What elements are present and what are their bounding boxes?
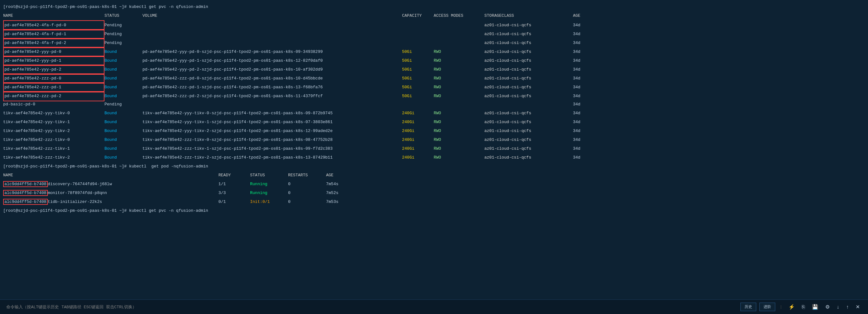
history-button[interactable]: 历史 bbox=[740, 303, 756, 311]
save-icon-button[interactable]: 💾 bbox=[810, 303, 820, 311]
advance-button[interactable]: 进阶 bbox=[760, 303, 775, 311]
pod-age-0: 7m54s bbox=[326, 180, 338, 189]
pvc-row: tikv-aef4e785e42-zzz-tikv-0 Bound tikv-a… bbox=[3, 135, 865, 144]
pvc-row: pd-aef4e785e42-4fa-f-pd-1 Pending az01-c… bbox=[3, 29, 865, 38]
pvc-capacity-14: 240Gi bbox=[402, 144, 434, 153]
last-command-line: [root@szjd-psc-p11f4-tpod2-pm-os01-paas-… bbox=[3, 207, 865, 215]
copy-icon-button[interactable]: ⎘ bbox=[800, 304, 807, 311]
pod-name-1: alc9dd4ff5d-b7408monitor-78f8974fdd-p8qn… bbox=[3, 189, 218, 197]
pvc-row: tikv-aef4e785e42-zzz-tikv-1 Bound tikv-a… bbox=[3, 144, 865, 153]
pvc-age-6: 34d bbox=[573, 74, 580, 83]
pod-col-ready-header: READY bbox=[218, 171, 250, 180]
pvc-col-capacity-header: CAPACITY bbox=[402, 11, 434, 20]
pod-command-line: [root@szjd-psc-p11f4-tpod2-pm-os01-paas-… bbox=[3, 162, 865, 171]
pvc-access-8: RWO bbox=[434, 92, 484, 101]
pvc-volume-13: tikv-aef4e785e42-zzz-tikv-0-szjd-psc-p11… bbox=[143, 135, 402, 144]
pvc-col-age-header: AGE bbox=[573, 11, 580, 20]
pvc-access-5: RWO bbox=[434, 65, 484, 74]
pvc-row: pd-aef4e785e42-yyy-pd-2 Bound pd-aef4e78… bbox=[3, 65, 865, 73]
pod-ready-1: 3/3 bbox=[218, 189, 250, 197]
pvc-name-12: tikv-aef4e785e42-yyy-tikv-2 bbox=[3, 127, 104, 135]
pod-status-2: Init:0/1 bbox=[250, 197, 288, 207]
pvc-capacity-5: 50Gi bbox=[402, 65, 434, 74]
pvc-status-0: Pending bbox=[104, 21, 143, 30]
pvc-storageclass-12: az01-cloud-csi-qcfs bbox=[484, 127, 573, 135]
pvc-age-0: 34d bbox=[573, 21, 580, 30]
lightning-icon-button[interactable]: ⚡ bbox=[787, 303, 797, 311]
pvc-capacity-15: 240Gi bbox=[402, 153, 434, 162]
pvc-access-10: RWO bbox=[434, 109, 484, 118]
pvc-capacity-3: 50Gi bbox=[402, 48, 434, 56]
terminal-window: [root@szjd-psc-p11f4-tpod2-pm-os01-paas-… bbox=[0, 0, 868, 314]
pvc-status-4: Bound bbox=[104, 56, 143, 65]
download-icon-button[interactable]: ↓ bbox=[835, 304, 841, 311]
pvc-status-15: Bound bbox=[104, 153, 143, 162]
pvc-name-14: tikv-aef4e785e42-zzz-tikv-1 bbox=[3, 144, 104, 153]
pod-ready-2: 0/1 bbox=[218, 197, 250, 207]
pvc-age-5: 34d bbox=[573, 65, 580, 74]
pod-name-prefix-0: alc9dd4ff5d-b7408 bbox=[3, 181, 48, 187]
pvc-volume-4: pd-aef4e785e42-yyy-pd-1-szjd-psc-p11f4-t… bbox=[143, 56, 402, 65]
pvc-volume-10: tikv-aef4e785e42-yyy-tikv-0-szjd-psc-p11… bbox=[143, 109, 402, 118]
pvc-col-access-header: ACCESS MODES bbox=[434, 11, 484, 20]
pvc-access-12: RWO bbox=[434, 127, 484, 135]
pod-header-row: NAME READY STATUS RESTARTS AGE bbox=[3, 171, 865, 180]
pvc-header-row: NAME STATUS VOLUME CAPACITY ACCESS MODES… bbox=[3, 11, 865, 20]
settings-icon-button[interactable]: ⚙ bbox=[824, 303, 832, 311]
pvc-storageclass-10: az01-cloud-csi-qcfs bbox=[484, 109, 573, 118]
pvc-row: tikv-aef4e785e42-zzz-tikv-2 Bound tikv-a… bbox=[3, 153, 865, 162]
pvc-access-14: RWO bbox=[434, 144, 484, 153]
pod-row: alc9dd4ff5d-b7408discovery-764744fd94-j6… bbox=[3, 180, 865, 189]
pvc-storageclass-0: az01-cloud-csi-qcfs bbox=[484, 21, 573, 30]
last-command-text: [root@szjd-psc-p11f4-tpod2-pm-os01-paas-… bbox=[3, 207, 208, 215]
pvc-volume-6: pd-aef4e785e42-zzz-pd-0-szjd-psc-p11f4-t… bbox=[143, 74, 402, 83]
pvc-access-4: RWO bbox=[434, 56, 484, 65]
pvc-volume-14: tikv-aef4e785e42-zzz-tikv-1-szjd-psc-p11… bbox=[143, 144, 402, 153]
pod-age-2: 7m53s bbox=[326, 197, 338, 207]
pod-row: alc9dd4ff5d-b7408monitor-78f8974fdd-p8qn… bbox=[3, 189, 865, 197]
pod-rows-container: alc9dd4ff5d-b7408discovery-764744fd94-j6… bbox=[3, 180, 865, 207]
pod-name-0: alc9dd4ff5d-b7408discovery-764744fd94-j6… bbox=[3, 180, 218, 189]
pvc-volume-7: pd-aef4e785e42-zzz-pd-1-szjd-psc-p11f4-t… bbox=[143, 83, 402, 92]
pvc-status-2: Pending bbox=[104, 39, 143, 48]
pvc-age-15: 34d bbox=[573, 153, 580, 162]
pvc-row: pd-aef4e785e42-yyy-pd-1 Bound pd-aef4e78… bbox=[3, 56, 865, 65]
pvc-storageclass-4: az01-cloud-csi-qcfs bbox=[484, 56, 573, 65]
pvc-status-5: Bound bbox=[104, 65, 143, 74]
pvc-row: pd-aef4e785e42-zzz-pd-2 Bound pd-aef4e78… bbox=[3, 91, 865, 100]
pvc-col-volume-header: VOLUME bbox=[143, 11, 402, 20]
pvc-row: pd-aef4e785e42-4fa-f-pd-0 Pending az01-c… bbox=[3, 20, 865, 29]
cmd-input-label: 命令输入（按ALT键提示历史 TAB键路径 ESC键返回 双击CTRL切换） bbox=[6, 304, 136, 310]
pod-restarts-1: 0 bbox=[288, 189, 326, 197]
pvc-status-1: Pending bbox=[104, 30, 143, 39]
pvc-age-10: 34d bbox=[573, 109, 580, 118]
pvc-capacity-8: 50Gi bbox=[402, 92, 434, 101]
command-text-1: [root@szjd-psc-p11f4-tpod2-pm-os01-paas-… bbox=[3, 3, 208, 11]
close-icon-button[interactable]: ✕ bbox=[854, 303, 862, 311]
pvc-rows-container: pd-aef4e785e42-4fa-f-pd-0 Pending az01-c… bbox=[3, 20, 865, 162]
pvc-age-13: 34d bbox=[573, 135, 580, 144]
pvc-col-status-header: STATUS bbox=[104, 11, 143, 20]
pvc-status-11: Bound bbox=[104, 118, 143, 127]
pvc-access-15: RWO bbox=[434, 153, 484, 162]
pvc-row: tikv-aef4e785e42-yyy-tikv-1 Bound tikv-a… bbox=[3, 118, 865, 127]
pvc-storageclass-15: az01-cloud-csi-qcfs bbox=[484, 153, 573, 162]
cmd-input-area: 命令输入（按ALT键提示历史 TAB键路径 ESC键返回 双击CTRL切换） bbox=[6, 304, 735, 310]
pod-command-text: [root@szjd-psc-p11f4-tpod2-pm-os01-paas-… bbox=[3, 162, 208, 171]
pod-ready-0: 1/1 bbox=[218, 180, 250, 189]
pvc-storageclass-5: az01-cloud-csi-qcfs bbox=[484, 65, 573, 74]
pvc-storageclass-11: az01-cloud-csi-qcfs bbox=[484, 118, 573, 127]
pvc-access-11: RWO bbox=[434, 118, 484, 127]
pvc-status-14: Bound bbox=[104, 144, 143, 153]
pvc-access-7: RWO bbox=[434, 83, 484, 92]
pod-status-0: Running bbox=[250, 180, 288, 189]
pvc-age-4: 34d bbox=[573, 56, 580, 65]
pvc-access-13: RWO bbox=[434, 135, 484, 144]
pod-name-suffix-2: tidb-initializer-22k2s bbox=[48, 199, 102, 204]
pvc-name-10: tikv-aef4e785e42-yyy-tikv-0 bbox=[3, 109, 104, 118]
pvc-age-1: 34d bbox=[573, 30, 580, 39]
pvc-age-14: 34d bbox=[573, 144, 580, 153]
pvc-volume-5: pd-aef4e785e42-yyy-pd-2-szjd-psc-p11f4-t… bbox=[143, 65, 402, 74]
pvc-capacity-4: 50Gi bbox=[402, 56, 434, 65]
upload-icon-button[interactable]: ↑ bbox=[844, 304, 850, 311]
